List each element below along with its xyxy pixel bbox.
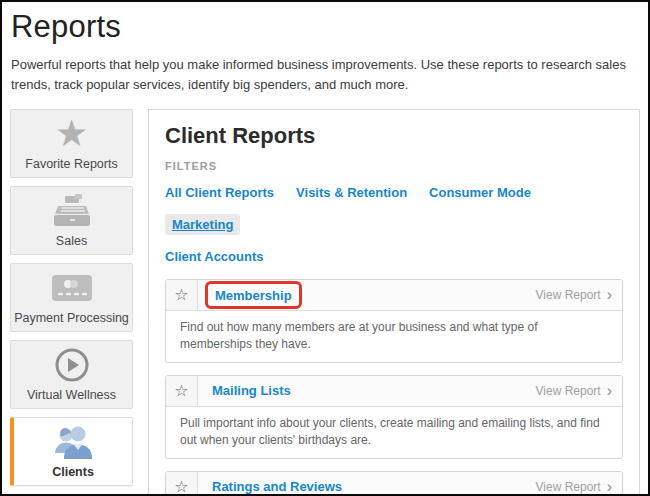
sidebar-item-label: Clients [52, 466, 94, 479]
filters-label: FILTERS [165, 160, 623, 172]
chevron-right-icon: › [607, 383, 612, 399]
page-title: Reports [11, 8, 638, 47]
filter-client-accounts[interactable]: Client Accounts [165, 246, 601, 267]
report-card-header: ☆ Ratings and Reviews View Report › [166, 472, 622, 496]
sidebar-item-label: Favorite Reports [25, 158, 117, 171]
reports-page: Reports Powerful reports that help you m… [0, 0, 650, 496]
report-description: Find out how many members are at your bu… [166, 310, 622, 362]
client-reports-panel: Client Reports FILTERS All Client Report… [148, 109, 640, 495]
content-area: ★ Favorite Reports [2, 95, 648, 495]
star-icon: ★ [11, 110, 132, 158]
sidebar-item-label: Virtual Wellness [27, 389, 116, 402]
people-icon [14, 418, 132, 466]
filter-all-client-reports[interactable]: All Client Reports [165, 182, 274, 203]
filter-marketing[interactable]: Marketing [165, 214, 240, 235]
sidebar-item-payment-processing[interactable]: Payment Processing [10, 263, 133, 332]
report-card-header: ☆ Membership View Report › [166, 280, 622, 310]
mailing-lists-report-link[interactable]: Mailing Lists [212, 383, 291, 398]
filter-consumer-mode[interactable]: Consumer Mode [429, 182, 531, 203]
view-report-link[interactable]: View Report › [536, 376, 622, 406]
sidebar-item-label: Payment Processing [14, 312, 129, 325]
report-description: Pull important info about your clients, … [166, 406, 622, 458]
membership-report-link[interactable]: Membership [215, 288, 292, 303]
ratings-reviews-report-link[interactable]: Ratings and Reviews [212, 479, 342, 494]
report-card-header: ☆ Mailing Lists View Report › [166, 376, 622, 406]
favorite-toggle-star-icon[interactable]: ☆ [166, 376, 198, 406]
sidebar-item-virtual-wellness[interactable]: Virtual Wellness [10, 340, 133, 409]
favorite-toggle-star-icon[interactable]: ☆ [166, 280, 198, 310]
page-header: Reports Powerful reports that help you m… [2, 2, 648, 95]
credit-card-icon [11, 264, 132, 312]
sidebar-item-sales[interactable]: Sales [10, 186, 133, 255]
panel-title: Client Reports [165, 123, 623, 149]
chevron-right-icon: › [607, 287, 612, 303]
filter-row: All Client Reports Visits & Retention Co… [165, 182, 623, 267]
report-card-ratings-reviews: ☆ Ratings and Reviews View Report › View… [165, 471, 623, 496]
sidebar-item-clients[interactable]: Clients [10, 417, 133, 486]
play-circle-icon [11, 341, 132, 389]
report-card-membership: ☆ Membership View Report › Find out how … [165, 279, 623, 363]
sidebar: ★ Favorite Reports [10, 109, 133, 495]
chevron-right-icon: › [607, 479, 612, 495]
annotation-highlight-box: Membership [205, 281, 302, 309]
report-card-mailing-lists: ☆ Mailing Lists View Report › Pull impor… [165, 375, 623, 459]
view-report-link[interactable]: View Report › [536, 280, 622, 310]
favorite-toggle-star-icon[interactable]: ☆ [166, 472, 198, 496]
filter-visits-retention[interactable]: Visits & Retention [296, 182, 407, 203]
cash-register-icon [11, 187, 132, 235]
sidebar-item-favorite-reports[interactable]: ★ Favorite Reports [10, 109, 133, 178]
sidebar-item-label: Sales [56, 235, 87, 248]
view-report-link[interactable]: View Report › [536, 472, 622, 496]
page-description: Powerful reports that help you make info… [11, 55, 638, 95]
